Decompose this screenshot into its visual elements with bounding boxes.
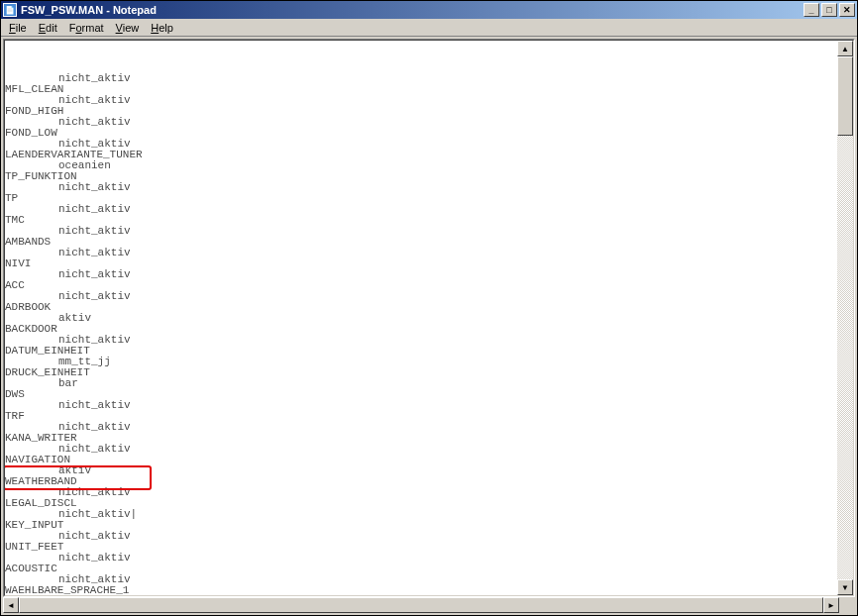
- config-value: nicht_aktiv: [5, 531, 837, 542]
- menu-edit[interactable]: Edit: [33, 21, 63, 35]
- config-value: nicht_aktiv: [5, 204, 837, 215]
- config-value: nicht_aktiv: [5, 95, 837, 106]
- window-title: FSW_PSW.MAN - Notepad: [21, 4, 804, 16]
- config-value: nicht_aktiv: [5, 248, 837, 258]
- config-key: DATUM_EINHEIT: [5, 346, 837, 357]
- menu-view[interactable]: View: [110, 21, 146, 35]
- vertical-scrollbar[interactable]: ▲ ▼: [837, 41, 853, 595]
- hscroll-track[interactable]: [19, 597, 823, 613]
- config-value: nicht_aktiv: [5, 487, 837, 498]
- config-value: bar: [5, 378, 837, 389]
- config-key: ADRBOOK: [5, 302, 837, 313]
- config-value: nicht_aktiv: [5, 422, 837, 433]
- menu-help[interactable]: Help: [145, 21, 179, 35]
- config-value: nicht_aktiv: [5, 182, 837, 193]
- titlebar[interactable]: 📄 FSW_PSW.MAN - Notepad _ □ ✕: [1, 1, 857, 19]
- minimize-button[interactable]: _: [804, 3, 819, 17]
- scroll-left-button[interactable]: ◄: [3, 597, 19, 613]
- config-value: oceanien: [5, 160, 837, 171]
- config-key: NAVIGATION: [5, 455, 837, 465]
- config-key: WAEHLBARE_SPRACHE_1: [5, 585, 837, 595]
- config-value: nicht_aktiv: [5, 269, 837, 280]
- config-value: nicht_aktiv: [5, 291, 837, 302]
- config-value: nicht_aktiv: [5, 400, 837, 411]
- config-value: nicht_aktiv: [5, 444, 837, 455]
- vscroll-thumb[interactable]: [837, 56, 853, 136]
- text-editor[interactable]: nicht_aktivMFL_CLEANnicht_aktivFOND_HIGH…: [5, 41, 837, 595]
- config-value: nicht_aktiv: [5, 73, 837, 84]
- content-wrap: nicht_aktivMFL_CLEANnicht_aktivFOND_HIGH…: [1, 37, 857, 615]
- config-key: LAENDERVARIANTE_TUNER: [5, 150, 837, 160]
- menu-format[interactable]: Format: [63, 21, 110, 35]
- config-key: DRUCK_EINHEIT: [5, 367, 837, 378]
- config-value: nicht_aktiv: [5, 117, 837, 128]
- scroll-up-button[interactable]: ▲: [837, 41, 853, 56]
- config-value: nicht_aktiv: [5, 574, 837, 585]
- hscroll-thumb[interactable]: [19, 597, 823, 613]
- config-value: aktiv: [5, 465, 837, 476]
- vscroll-track[interactable]: [837, 56, 853, 579]
- config-value: mm_tt_jj: [5, 357, 837, 367]
- menubar: File Edit Format View Help: [1, 19, 857, 37]
- close-button[interactable]: ✕: [839, 3, 855, 17]
- config-value: nicht_aktiv: [5, 335, 837, 346]
- config-value: nicht_aktiv: [5, 553, 837, 564]
- config-value: nicht_aktiv: [5, 226, 837, 237]
- scroll-down-button[interactable]: ▼: [837, 579, 853, 595]
- notepad-icon: 📄: [3, 3, 17, 17]
- config-value: aktiv: [5, 313, 837, 324]
- scroll-corner: [839, 597, 855, 613]
- menu-file[interactable]: File: [3, 21, 33, 35]
- maximize-button[interactable]: □: [821, 3, 837, 17]
- config-value: nicht_aktiv|: [5, 509, 837, 520]
- scroll-right-button[interactable]: ►: [823, 597, 839, 613]
- notepad-window: 📄 FSW_PSW.MAN - Notepad _ □ ✕ File Edit …: [0, 0, 858, 616]
- horizontal-scrollbar[interactable]: ◄ ►: [3, 597, 839, 613]
